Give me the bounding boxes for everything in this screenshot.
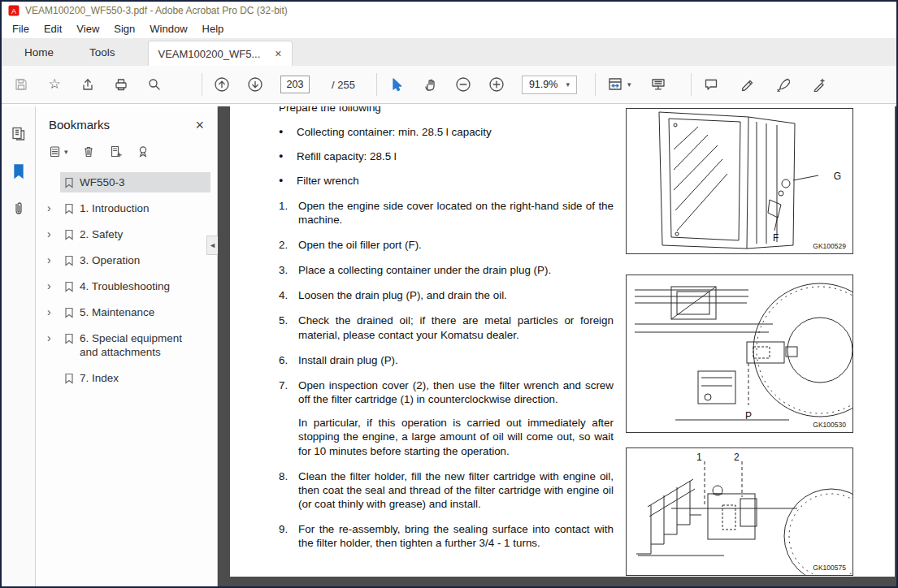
menu-window[interactable]: Window [142, 23, 194, 35]
bookmark-item-maintenance[interactable]: › 5. Maintenance [36, 302, 217, 322]
figure-label: 1 [696, 452, 702, 463]
zoom-level-select[interactable]: 91.9% ▾ [522, 76, 577, 94]
bullet-text: Collecting container: min. 28.5 l capaci… [297, 125, 492, 139]
previous-page-icon[interactable] [214, 76, 230, 93]
reading-mode-icon[interactable] [650, 76, 666, 93]
sign-icon[interactable] [774, 76, 791, 93]
bullet-icon: ● [279, 125, 297, 139]
chevron-right-icon[interactable]: › [47, 276, 60, 292]
figure-caption: GK100529 [813, 242, 846, 250]
favorite-star-icon[interactable]: ☆ [46, 76, 63, 93]
step-text: Clean the filter holder, fill the new fi… [298, 469, 614, 511]
share-icon[interactable] [80, 76, 96, 93]
page-number-input[interactable] [280, 76, 310, 93]
bookmark-item-label: 4. Troubleshooting [80, 279, 170, 293]
step-item: 4. Loosen the drain plug (P), and drain … [279, 288, 614, 302]
menu-file[interactable]: File [5, 23, 37, 35]
bullet-item: ● Refill capacity: 28.5 l [279, 149, 614, 163]
step-item: 2. Open the oil filler port (F). [279, 238, 614, 252]
bookmark-item-label: 5. Maintenance [80, 305, 154, 319]
bullet-icon: ● [279, 149, 297, 163]
menu-view[interactable]: View [69, 23, 106, 35]
bookmark-icon [64, 253, 74, 266]
new-bookmark-icon[interactable] [109, 145, 123, 158]
bookmark-item-index[interactable]: 7. Index [36, 368, 217, 388]
print-icon[interactable] [113, 76, 129, 93]
bookmark-options-icon[interactable]: ▾ [49, 145, 68, 158]
menu-edit[interactable]: Edit [37, 23, 69, 35]
chevron-spacer [47, 368, 60, 371]
chevron-right-icon[interactable]: › [47, 224, 60, 240]
bookmark-icon [64, 331, 74, 344]
step-item: 8. Clean the filter holder, fill the new… [279, 469, 614, 511]
highlight-icon[interactable] [739, 76, 755, 93]
step-number: 5. [279, 313, 298, 341]
acrobat-app-icon: A [8, 5, 20, 16]
title-bar: A VEAM100200_WF550-3.pdf - Adobe Acrobat… [2, 2, 896, 19]
page-thumbnails-icon[interactable] [11, 126, 27, 142]
fill-sign-icon[interactable] [810, 76, 826, 93]
close-panel-icon[interactable]: × [195, 119, 204, 132]
hand-tool-icon[interactable] [422, 76, 438, 93]
step-number: 6. [279, 353, 298, 367]
tab-home[interactable]: Home [7, 38, 72, 66]
chevron-right-icon[interactable]: › [47, 328, 60, 344]
bookmark-item-wf550[interactable]: WF550-3 [36, 172, 217, 192]
figure-caption: GK100575 [813, 564, 846, 572]
step-text: Check the drained oil; if there are meta… [298, 313, 614, 341]
menu-sign[interactable]: Sign [106, 23, 142, 35]
bullet-item: ● Filter wrench [279, 174, 614, 188]
zoom-out-icon[interactable] [455, 76, 471, 93]
bookmark-icon [64, 305, 74, 318]
bullet-icon: ● [279, 174, 297, 188]
tab-close-icon[interactable]: × [275, 48, 281, 59]
menu-help[interactable]: Help [195, 23, 232, 35]
step-item: 9. For the re-assembly, bring the sealin… [279, 522, 614, 550]
page-text-column: Prepare the following ● Collecting conta… [279, 106, 614, 561]
bookmarks-toolbar: ▾ [36, 132, 217, 158]
document-canvas[interactable]: Prepare the following ● Collecting conta… [218, 106, 896, 586]
collapse-panel-icon[interactable]: ◄ [206, 236, 218, 255]
bookmark-item-operation[interactable]: › 3. Operation [36, 250, 217, 270]
select-tool-icon[interactable] [388, 76, 405, 93]
search-icon[interactable] [146, 76, 163, 93]
zoom-level-value: 91.9% [529, 79, 557, 90]
attachments-icon[interactable] [11, 201, 26, 217]
bookmark-icon [64, 201, 74, 214]
step-item: 5. Check the drained oil; if there are m… [279, 313, 614, 341]
figure-label: F [773, 232, 779, 244]
zoom-in-icon[interactable] [488, 76, 505, 93]
delete-bookmark-icon[interactable] [82, 145, 95, 158]
chevron-right-icon[interactable]: › [47, 302, 60, 318]
save-icon[interactable] [13, 76, 29, 93]
bookmarks-panel-icon[interactable] [11, 163, 26, 179]
bookmark-item-special-equipment[interactable]: › 6. Special equipment and attachments [36, 328, 217, 362]
tab-bar: Home Tools VEAM100200_WF5... × [2, 38, 896, 66]
step-number: 7. [279, 378, 298, 458]
bookmark-item-introduction[interactable]: › 1. Introduction [36, 198, 217, 218]
bookmarks-panel: Bookmarks × ▾ [36, 106, 218, 586]
bookmark-badge-icon[interactable] [137, 145, 150, 158]
step-number: 1. [279, 199, 298, 227]
window-title: VEAM100200_WF550-3.pdf - Adobe Acrobat P… [25, 5, 288, 16]
comment-icon[interactable] [703, 76, 719, 93]
page-count-label: / 255 [332, 79, 355, 91]
bookmark-item-safety[interactable]: › 2. Safety [36, 224, 217, 244]
tab-tools[interactable]: Tools [72, 38, 133, 66]
figure-line-art [627, 275, 853, 433]
chevron-right-icon[interactable]: › [47, 250, 60, 266]
main-toolbar: ☆ / 255 [2, 66, 896, 104]
page-fit-select[interactable]: ▾ [607, 76, 631, 93]
next-page-icon[interactable] [247, 76, 263, 93]
step-number: 4. [279, 288, 298, 302]
bookmark-icon [64, 227, 74, 240]
page-heading: Prepare the following [279, 106, 614, 115]
bookmark-item-troubleshooting[interactable]: › 4. Troubleshooting [36, 276, 217, 296]
chevron-right-icon[interactable]: › [47, 198, 60, 214]
bookmark-item-label: WF550-3 [80, 175, 125, 189]
bookmark-item-label: 1. Introduction [80, 201, 150, 215]
figure-drain-plug: P GK100530 [626, 275, 853, 433]
tab-document-label: VEAM100200_WF5... [158, 48, 261, 60]
tab-document[interactable]: VEAM100200_WF5... × [148, 41, 293, 66]
figure-label: 2 [734, 452, 740, 463]
